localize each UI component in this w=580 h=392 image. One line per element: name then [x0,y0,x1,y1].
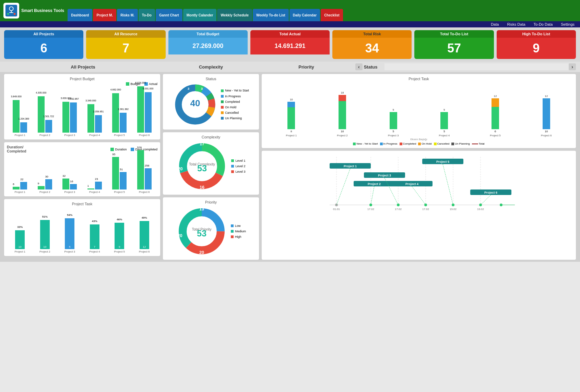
task-group-p5: 46% 9 Project 5 [108,223,131,253]
svg-text:Project 2: Project 2 [368,182,381,186]
duration-chart-box: Duration/Completed Duration Days complet… [4,142,160,196]
svg-text:17: 17 [200,142,204,146]
svg-text:53: 53 [197,229,206,238]
dur-group-p4: 1 23 Project 4 [83,182,107,194]
stat-label: Total To-Do List [414,30,494,38]
priority-legend: Low Medium High [231,223,246,240]
svg-text:19.02: 19.02 [477,208,484,211]
svg-text:20: 20 [177,233,182,238]
stat-label: All Resource [86,30,165,38]
complexity-donut-box: Complexity Total Complexity [163,132,259,195]
stacked-p2: 18 10 Project 2 [318,91,367,137]
stat-label: Total Risk [332,30,412,38]
sec-nav-settings[interactable]: Settings [561,22,575,26]
dur-group-p5: 95 51 Project 5 [108,157,131,194]
nav-tab-gantt[interactable]: Gannt Chart [156,9,182,21]
stat-value: 57 [414,38,494,59]
nav-tabs-container: Dashboard Project M. Risks M. To-Do Gann… [68,0,580,21]
bar-budget-p3: 3.630.000 [62,102,69,133]
stat-value: 14.691.291 [250,38,330,54]
stat-value: 27.269.000 [168,38,248,54]
stat-value: 9 [497,38,576,59]
legend-actual: Actual [144,82,157,86]
sec-nav-todo-data[interactable]: To-Do Data [534,22,553,26]
stat-total-actual: Total Actual 14.691.291 [250,30,330,59]
svg-text:17.02: 17.02 [367,208,375,211]
nav-tab-weekly-todo[interactable]: Weekly To-do List [253,9,289,21]
nav-tab-todo[interactable]: To-Do [139,9,155,21]
svg-text:3: 3 [188,87,190,90]
budget-group-p3: 3.630.000 3.602.857 Project 3 [58,102,82,137]
bar-actual-p6: 6.001.000 [145,92,152,133]
status-legend: New - Yet to Start In Progress Completed… [221,88,249,121]
svg-line-68 [371,186,374,205]
stat-value: 6 [4,38,83,59]
secondary-nav: Data Risks Data To-Do Data Settings [0,21,580,27]
status-donut-title: Status [166,77,256,81]
gantt-chart-box: 01.01 17.02 17.02 17.02 19.02 19.02 [262,151,576,260]
logo-area: Smart Business Tools [0,0,68,21]
nav-tab-checklist[interactable]: Checklist [321,9,343,21]
task-group-p2: 51% 10 Project 2 [33,220,57,253]
budget-group-p2: 4.305.000 1.501.722 Project 2 [33,96,57,137]
nav-tab-project[interactable]: Project M. [93,9,116,21]
stat-high-todo: High To-Do List 9 [497,30,576,59]
nav-tab-weekly-sched[interactable]: Wekkly Schedule [217,9,252,21]
stat-label: Total Actual [250,30,330,38]
svg-line-70 [412,186,426,205]
stats-row: All Projects 6 All Resource 7 Total Budg… [0,27,580,62]
stacked-p6: 12 10 Project 6 [522,95,570,137]
task-group-p1: 33% 10 Project 1 [8,230,32,253]
right-column: Project Task 10 8 Project [262,74,576,260]
svg-text:Project 4: Project 4 [405,182,418,186]
header-priority: Priority [260,63,353,71]
svg-text:Project 6: Project 6 [484,191,497,194]
bar-budget-p2: 4.305.000 [38,96,45,133]
main-content: Project Budget Budget Actual 3.849.000 1… [0,72,580,262]
priority-title: Priority [166,200,256,204]
top-nav: Smart Business Tools Dashboard Project M… [0,0,580,27]
bar-budget-p6: 6.874.000 [137,86,144,133]
stacked-p3: 5 5 Project 3 [369,108,417,137]
stat-value: 34 [332,38,412,59]
task-bars: 33% 10 Project 1 51% 10 Project 2 [7,209,157,253]
svg-text:13: 13 [199,207,204,211]
stat-label: All Projects [4,30,83,38]
bar-xlabel-p2: Project 2 [39,134,50,137]
sec-nav-data[interactable]: Data [491,22,499,26]
budget-group-p5: 4.662.000 2.361.382 Project 5 [108,93,131,137]
status-donut-box: Status [163,74,259,130]
bar-budget-p1: 3.849.000 [13,100,20,133]
complexity-legend: Level 1 Level 2 Level 3 [231,158,245,175]
dur-group-p3: 32 16 Project 3 [58,179,82,194]
bar-xlabel-p4: Project 4 [89,134,100,137]
svg-text:16: 16 [200,185,204,190]
nav-tab-monthly[interactable]: Montly Calander [183,9,217,21]
header-status: ‹ Status › [355,62,576,72]
svg-text:19.02: 19.02 [450,208,457,211]
svg-text:Project 5: Project 5 [436,160,449,163]
status-next-btn[interactable]: › [569,63,576,70]
bar-xlabel-p3: Project 3 [64,134,75,137]
duration-bars: 6 22 Project 1 9 30 Project 2 32 16 [7,152,157,194]
svg-text:20: 20 [199,250,204,255]
nav-tab-dashboard[interactable]: Dashboard [68,9,92,21]
nav-tab-risks[interactable]: Risks M. [117,9,138,21]
budget-bars: 3.849.000 1.204.389 Project 1 4.305.000 [7,87,157,137]
bar-actual-p1: 1.204.389 [20,122,27,133]
stacked-p1: 10 8 Project 1 [267,98,316,137]
stat-value: 7 [86,38,165,59]
svg-point-5 [14,13,16,15]
status-prev-btn[interactable]: ‹ [355,63,363,70]
sec-nav-risks-data[interactable]: Risks Data [507,22,525,26]
budget-chart-box: Project Budget Budget Actual 3.849.000 1… [4,74,160,139]
stat-all-projects: All Projects 6 [4,30,83,59]
bar-budget-p5: 4.662.000 [112,93,119,133]
complexity-title: Complexity [166,135,256,139]
dur-group-p2: 9 30 Project 2 [33,179,57,194]
svg-text:53: 53 [197,163,207,173]
budget-group-p6: 6.874.000 6.001.000 Project 6 [133,86,156,137]
nav-tab-daily[interactable]: Daily Calendar [289,9,320,21]
svg-text:17.02: 17.02 [395,208,402,211]
dur-group-p6: 576 258 Project 6 [133,150,156,194]
